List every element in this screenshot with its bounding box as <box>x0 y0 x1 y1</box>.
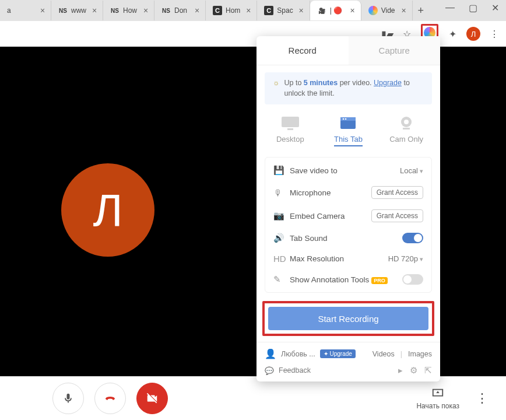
tab-record[interactable]: Record <box>256 36 349 65</box>
camera-icon: 📷 <box>273 211 284 221</box>
tab-title: How <box>123 6 138 15</box>
browser-tab[interactable]: C Spac × <box>257 1 310 20</box>
tab-sound-toggle[interactable] <box>402 233 423 243</box>
browser-tab[interactable]: Vide × <box>361 1 413 20</box>
feedback-icon: 💬 <box>265 366 274 375</box>
feedback-link[interactable]: Feedback <box>279 366 311 374</box>
bulb-icon: ☼ <box>273 78 279 99</box>
mode-desktop[interactable]: Desktop <box>267 115 314 146</box>
close-icon[interactable]: × <box>90 6 99 15</box>
start-recording-button[interactable]: Start Recording <box>268 307 428 330</box>
present-icon <box>431 387 444 400</box>
favicon-icon: NS <box>58 6 68 15</box>
settings-gear-icon[interactable]: ⚙ <box>410 365 417 376</box>
close-icon[interactable]: × <box>399 6 409 15</box>
chevron-down-icon: ▾ <box>420 256 423 262</box>
mic-icon: 🎙 <box>273 188 284 198</box>
camera-off-icon <box>146 392 159 405</box>
save-icon: 💾 <box>273 165 284 176</box>
popup-tabs: Record Capture <box>256 36 440 65</box>
user-icon: 👤 <box>265 348 276 359</box>
close-icon[interactable]: × <box>141 6 150 15</box>
minutes-value: 5 minutes <box>304 79 338 87</box>
setting-max-resolution[interactable]: HD Max Resolution HD 720p▾ <box>265 249 431 269</box>
upgrade-badge-button[interactable]: ✦ Upgrade <box>320 349 356 358</box>
tab-title: Spac <box>277 6 293 15</box>
setting-save-video[interactable]: 💾 Save video to Local▾ <box>265 160 431 181</box>
video-library-icon[interactable]: ▸ <box>398 365 403 376</box>
browser-tab[interactable]: NS How × <box>103 1 154 20</box>
annotation-icon: ✎ <box>273 274 284 285</box>
popup-footer: 👤 Любовь ... ✦ Upgrade Videos | Images 💬… <box>256 342 440 382</box>
setting-tab-sound: 🔊 Tab Sound <box>265 228 431 249</box>
profile-avatar[interactable]: Л <box>466 27 480 41</box>
svg-point-5 <box>345 118 347 120</box>
browser-tab[interactable]: NS Don × <box>154 1 206 20</box>
svg-rect-0 <box>282 117 299 127</box>
setting-annotation-tools: ✎ Show Annotation ToolsPRO <box>265 269 431 290</box>
present-label: Начать показ <box>416 402 459 410</box>
tab-capture[interactable]: Capture <box>349 36 441 65</box>
minimize-button[interactable]: — <box>445 2 455 13</box>
close-icon[interactable]: × <box>38 6 47 15</box>
close-window-button[interactable]: ✕ <box>491 2 499 13</box>
tab-title: a <box>7 6 34 15</box>
more-options-button[interactable]: ⋮ <box>476 391 489 406</box>
tab-title: | 🔴 <box>330 6 345 15</box>
limit-banner: ☼ Up to 5 minutes per video. Upgrade to … <box>265 72 432 104</box>
phone-icon <box>103 391 117 405</box>
videos-link[interactable]: Videos <box>373 350 395 358</box>
browser-tab[interactable]: NS www × <box>51 1 103 20</box>
tab-title: Hom <box>226 6 240 15</box>
settings-card: 💾 Save video to Local▾ 🎙 Microphone Gran… <box>265 157 432 293</box>
tab-title: www <box>71 6 86 15</box>
favicon-icon: NS <box>161 6 171 15</box>
svg-rect-1 <box>287 128 293 130</box>
browser-tab[interactable]: C Hom × <box>206 1 257 20</box>
favicon-icon <box>368 6 378 15</box>
recorder-popup: Record Capture ☼ Up to 5 minutes per vid… <box>256 36 440 382</box>
close-icon[interactable]: × <box>244 6 253 15</box>
mode-cam-only[interactable]: Cam Only <box>383 115 430 146</box>
svg-point-7 <box>404 120 409 124</box>
mic-icon <box>62 393 74 404</box>
user-name: Любовь ... <box>281 350 315 358</box>
tab-title: Vide <box>381 6 396 15</box>
pro-badge: PRO <box>371 277 388 284</box>
window-controls: — ▢ ✕ <box>445 2 499 13</box>
call-controls <box>52 383 168 414</box>
camera-off-button[interactable] <box>136 383 168 414</box>
microphone-button[interactable] <box>52 383 84 414</box>
browser-tab[interactable]: a × <box>0 1 51 20</box>
favicon-icon: C <box>213 6 222 15</box>
favicon-icon: NS <box>110 6 120 15</box>
present-button[interactable]: Начать показ <box>416 387 459 410</box>
hangup-button[interactable] <box>94 383 126 414</box>
annotation-toggle[interactable] <box>402 274 423 285</box>
browser-tabstrip: a × NS www × NS How × NS Don × C Hom × C… <box>0 0 506 21</box>
menu-dots-icon[interactable]: ⋮ <box>489 28 500 40</box>
browser-tab-active[interactable]: 🎥 | 🔴 × <box>310 1 361 20</box>
svg-rect-8 <box>403 128 410 130</box>
sound-icon: 🔊 <box>273 233 284 243</box>
close-icon[interactable]: × <box>192 6 202 15</box>
extensions-puzzle-icon[interactable]: ✦ <box>447 28 458 40</box>
main-avatar: Л <box>61 163 154 257</box>
window-icon <box>338 115 359 131</box>
chevron-down-icon: ▾ <box>420 167 423 174</box>
grant-mic-button[interactable]: Grant Access <box>371 186 423 199</box>
upgrade-link[interactable]: Upgrade <box>374 79 402 87</box>
mode-row: Desktop This Tab Cam Only <box>256 104 440 149</box>
close-icon[interactable]: × <box>348 6 357 15</box>
tab-title: Don <box>174 6 189 15</box>
maximize-button[interactable]: ▢ <box>469 2 477 13</box>
hd-icon: HD <box>273 254 284 264</box>
images-link[interactable]: Images <box>408 350 432 358</box>
popout-icon[interactable]: ⇱ <box>424 365 432 376</box>
new-tab-button[interactable]: + <box>413 5 429 17</box>
setting-microphone: 🎙 Microphone Grant Access <box>265 181 431 204</box>
webcam-icon <box>396 115 417 131</box>
mode-this-tab[interactable]: This Tab <box>325 115 371 146</box>
grant-camera-button[interactable]: Grant Access <box>371 209 423 222</box>
close-icon[interactable]: × <box>297 6 306 15</box>
